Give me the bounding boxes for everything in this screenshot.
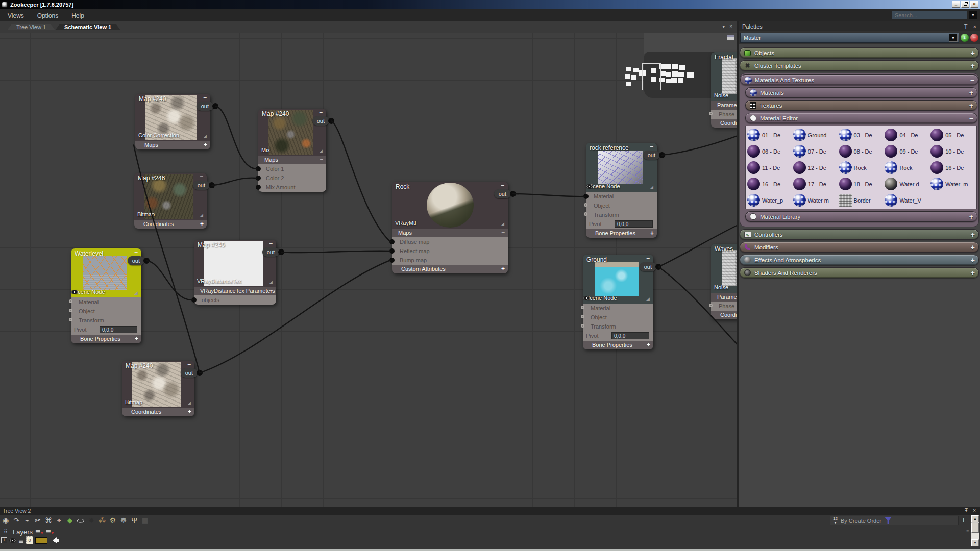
minimize-button[interactable]: _ — [952, 1, 960, 8]
material-swatch[interactable]: 17 - De — [793, 178, 839, 190]
material-swatch[interactable]: 12 - De — [793, 161, 839, 174]
palette-section-materials-and-textures[interactable]: Materials And Textures− — [740, 74, 978, 85]
collapse-node-icon[interactable]: − — [187, 361, 191, 368]
node-pivot-pivot[interactable]: Pivot — [583, 331, 653, 341]
palette-section-cluster-templates[interactable]: ✖Cluster Templates+ — [740, 60, 979, 71]
output-knob-icon[interactable] — [659, 152, 665, 158]
expand-section-icon[interactable]: + — [501, 265, 505, 273]
expand-section-icon[interactable]: + — [204, 141, 207, 149]
palette-section-textures[interactable]: Textures+ — [745, 100, 977, 111]
input-socket-color-2[interactable] — [256, 176, 261, 181]
node-row-color-2[interactable]: Color 2 — [258, 173, 326, 183]
material-swatch[interactable]: 16 - De — [930, 161, 976, 174]
search-dropdown-button[interactable]: ▼ — [969, 11, 977, 19]
input-socket-object[interactable] — [581, 315, 584, 318]
pivot-input[interactable] — [611, 332, 649, 339]
node-map245-vraydistancetex[interactable]: Map #245−VRayDistanceTex◢outVRayDistance… — [194, 240, 276, 305]
collapse-node-icon[interactable]: − — [269, 240, 273, 247]
material-swatch[interactable]: 06 - De — [747, 145, 793, 158]
layer-add2-icon[interactable]: ≣▾ — [45, 528, 53, 536]
tree-scrollbar[interactable]: ▲ ▼ — [971, 515, 979, 546]
node-row-transform[interactable]: Transform — [583, 322, 653, 331]
collapse-section-icon[interactable]: − — [270, 287, 273, 295]
expand-section-icon[interactable]: + — [135, 335, 138, 343]
node-rock-reference[interactable]: rock reference−Scene Node◢outMaterialObj… — [586, 143, 657, 238]
output-socket[interactable]: out — [262, 247, 279, 257]
output-socket[interactable]: out — [494, 189, 511, 198]
node-map240-bitmap[interactable]: Map #240−Bitmap◢outCoordinates+ — [122, 361, 194, 416]
output-knob-icon[interactable] — [510, 191, 516, 197]
node-map240-mix[interactable]: Map #240−Mix◢outMaps−Color 1Color 2Mix A… — [258, 109, 326, 192]
node-resize-icon[interactable]: ◢ — [650, 185, 653, 190]
material-swatch[interactable]: Ground — [793, 129, 839, 141]
node-resize-icon[interactable]: ◢ — [501, 221, 504, 227]
palette-section-shaders-and-renderers[interactable]: Shaders And Renderers+ — [740, 267, 979, 278]
node-row-diffuse-map[interactable]: Diffuse map — [392, 237, 508, 246]
node-waves[interactable]: Waves−Noise◢ParametersPhaseCoordinates — [711, 244, 737, 319]
output-socket[interactable]: out — [197, 102, 213, 111]
node-pivot-pivot[interactable]: Pivot — [71, 325, 141, 335]
expand-section-icon[interactable]: + — [971, 62, 975, 70]
visibility-eye-icon[interactable] — [71, 290, 78, 294]
node-resize-icon[interactable]: ◢ — [269, 280, 273, 285]
close-button[interactable]: × — [970, 1, 978, 8]
expand-section-icon[interactable]: + — [971, 49, 975, 57]
hierarchy-icon[interactable]: ⠿ — [1, 527, 10, 536]
material-swatch[interactable]: 07 - De — [793, 145, 839, 158]
layer-color-swatch[interactable] — [35, 537, 47, 544]
material-swatch[interactable]: Border — [839, 194, 885, 207]
scroll-down-icon[interactable]: ▼ — [971, 539, 979, 546]
material-swatch[interactable]: Rock — [839, 161, 885, 174]
plane-tool-icon[interactable]: ◆ — [65, 516, 75, 525]
node-fractal[interactable]: Fractal−Noise◢ParametersPhaseCoordinates — [711, 52, 737, 128]
node-waterlevel[interactable]: Waterlevel−Scene Node◢outMaterialObjectT… — [71, 248, 141, 343]
node-map246-bitmap[interactable]: Map #246−Bitmap◢outCoordinates+ — [134, 173, 207, 229]
input-socket-material[interactable] — [583, 194, 589, 199]
node-rock[interactable]: Rock−VRayMtl◢outMaps−Diffuse mapReflect … — [392, 182, 508, 273]
collapse-section-icon[interactable]: − — [970, 76, 974, 84]
input-socket-diffuse-map[interactable] — [389, 239, 395, 244]
material-swatch[interactable]: 18 - De — [839, 178, 885, 190]
edge[interactable] — [662, 134, 737, 155]
expand-node-icon[interactable]: + — [1, 537, 7, 543]
palette-section-materials[interactable]: Materials+ — [745, 87, 977, 98]
master-dropdown-icon[interactable]: ▼ — [949, 34, 958, 42]
material-swatch[interactable]: 05 - De — [930, 129, 976, 141]
collapse-section-icon[interactable]: − — [969, 114, 973, 122]
output-knob-icon[interactable] — [143, 258, 150, 264]
scissors-tool-icon[interactable]: ✂ — [33, 516, 42, 525]
tree-close-icon[interactable]: × — [973, 508, 976, 513]
material-swatch[interactable]: 16 - De — [747, 178, 793, 190]
starburst-tool-icon[interactable]: ✸ — [87, 516, 96, 525]
node-resize-icon[interactable]: ◢ — [134, 290, 138, 295]
visibility-eye-icon[interactable] — [583, 296, 590, 300]
gear-link-tool-icon[interactable]: ☸ — [119, 516, 128, 525]
edge[interactable] — [513, 194, 584, 196]
material-swatch[interactable]: 10 - De — [930, 145, 976, 158]
palette-section-objects[interactable]: Objects+ — [740, 47, 979, 58]
node-row-objects[interactable]: objects — [194, 295, 276, 305]
search-input[interactable] — [892, 11, 967, 19]
collapse-node-icon[interactable]: − — [650, 143, 653, 150]
tab-chevron-icon[interactable]: ▾ — [722, 23, 725, 29]
layer-zero-chip[interactable]: 0 — [26, 536, 33, 544]
edge[interactable] — [146, 261, 192, 300]
edge[interactable] — [331, 121, 390, 242]
palette-section-modifiers[interactable]: Modifiers+ — [740, 242, 979, 253]
expand-section-icon[interactable]: + — [188, 408, 191, 416]
biped-tool-icon[interactable]: Ψ — [130, 516, 139, 525]
node-row-object[interactable]: Object — [583, 313, 653, 322]
pivot-input[interactable] — [615, 220, 653, 228]
input-socket-objects[interactable] — [191, 297, 197, 303]
output-knob-icon[interactable] — [197, 370, 203, 376]
material-swatch[interactable]: 04 - De — [885, 129, 930, 141]
remove-palette-button[interactable]: − — [970, 34, 978, 42]
expand-section-icon[interactable]: + — [971, 256, 975, 264]
input-socket-transform[interactable] — [69, 318, 72, 321]
material-swatch[interactable]: 08 - De — [839, 145, 885, 158]
gears-tool-icon[interactable]: ⚙ — [108, 516, 117, 525]
material-swatch[interactable]: 01 - De — [747, 129, 793, 141]
back-arrow-icon[interactable] — [50, 537, 59, 543]
output-knob-icon[interactable] — [212, 103, 218, 109]
ellipse-tool-icon[interactable]: ◯ — [76, 518, 85, 523]
